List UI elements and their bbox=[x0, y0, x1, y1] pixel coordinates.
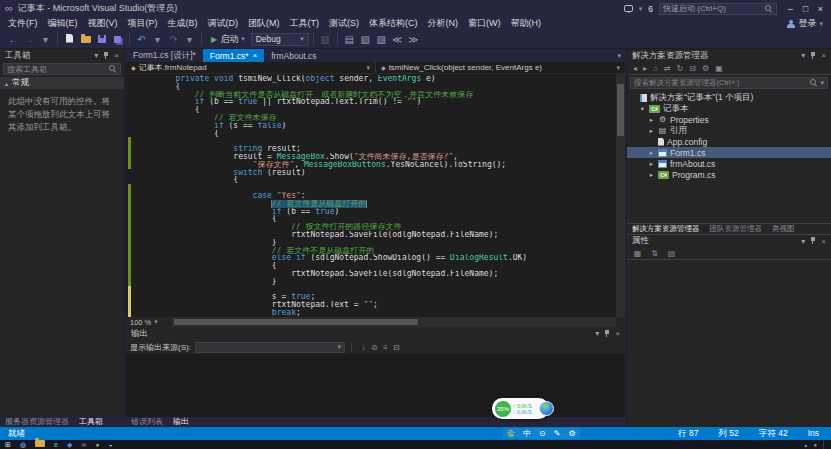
switch-views-icon[interactable]: ⇄ bbox=[664, 64, 671, 73]
antivirus-ball-icon[interactable] bbox=[539, 401, 554, 416]
left-dock-tab[interactable]: 工具箱 bbox=[74, 417, 108, 427]
tree-item-form1[interactable]: ▸Form1.cs bbox=[627, 147, 831, 158]
nav-forward-icon[interactable]: → bbox=[22, 31, 37, 48]
code-line[interactable]: string result; bbox=[126, 145, 616, 153]
types-dropdown[interactable]: ◆ 记事本.frmNotepad ▾ bbox=[126, 62, 376, 73]
code-line[interactable]: s = true; bbox=[126, 293, 616, 301]
code-line[interactable]: else if (sdlgNotepad.ShowDialog() == Dia… bbox=[126, 254, 616, 262]
tray-icon[interactable]: ● bbox=[813, 442, 817, 448]
undo-dropdown-icon[interactable]: ▾ bbox=[150, 31, 165, 48]
preview-icon[interactable]: ▣ bbox=[715, 64, 723, 73]
code-line[interactable]: case "Yes": bbox=[126, 192, 616, 200]
window-position-icon[interactable]: ▾ bbox=[801, 51, 805, 60]
code-line[interactable]: switch (result) bbox=[126, 169, 616, 177]
code-line[interactable]: // 按文件打开的路径保存文件 bbox=[126, 223, 616, 231]
expander-icon[interactable]: ▾ bbox=[639, 105, 646, 113]
ime-settings-icon[interactable]: ⚙ bbox=[568, 429, 575, 438]
bottom-dock-tab[interactable]: 输出 bbox=[168, 417, 194, 427]
close-button[interactable]: × bbox=[813, 4, 828, 14]
quick-launch-input[interactable]: 快速启动 (Ctrl+Q) bbox=[659, 3, 777, 15]
ie-browser-icon[interactable]: e bbox=[54, 440, 58, 449]
code-line[interactable]: { bbox=[126, 262, 616, 270]
expander-icon[interactable]: ▸ bbox=[648, 127, 655, 135]
editor-tab[interactable]: frmAbout.cs bbox=[264, 49, 323, 62]
nav-dropdown-icon[interactable]: ▾ bbox=[38, 31, 53, 48]
nav-backward-icon[interactable]: ← bbox=[6, 31, 21, 48]
close-panel-icon[interactable]: × bbox=[821, 51, 826, 60]
document-list-dropdown-icon[interactable]: ▾ bbox=[617, 49, 625, 62]
notification-count[interactable]: 6 bbox=[648, 4, 653, 14]
ime-mode-icon[interactable]: 中 bbox=[523, 429, 531, 438]
app-green-icon[interactable]: ● bbox=[95, 440, 99, 449]
back-icon[interactable]: ◂ bbox=[633, 64, 637, 73]
pin-icon[interactable] bbox=[810, 237, 816, 245]
file-explorer-icon[interactable] bbox=[35, 440, 45, 449]
ime-logo-icon[interactable]: 金 bbox=[507, 429, 515, 438]
app-blue-icon[interactable]: ◆ bbox=[67, 440, 72, 449]
editor-vertical-scrollbar[interactable] bbox=[616, 74, 625, 317]
menu-item[interactable]: 工具(T) bbox=[285, 17, 325, 30]
code-line[interactable] bbox=[126, 286, 616, 294]
zoom-control[interactable]: 100 % ▾ bbox=[126, 318, 172, 327]
menu-item[interactable]: 体系结构(C) bbox=[364, 17, 423, 30]
show-desktop-button[interactable] bbox=[823, 440, 826, 449]
code-line[interactable]: "保存文件", MessageBoxButtons.YesNoCancel).T… bbox=[126, 161, 616, 169]
code-line[interactable]: private void tsmiNew_Click(object sender… bbox=[126, 75, 616, 83]
undo-icon[interactable]: ↶ bbox=[134, 31, 149, 48]
collapse-all-icon[interactable]: ⊟ bbox=[689, 64, 696, 73]
code-line[interactable]: { bbox=[126, 106, 616, 114]
property-pages-icon[interactable]: ▤ bbox=[666, 249, 677, 258]
save-icon[interactable] bbox=[94, 31, 109, 48]
toolbox-search-input[interactable]: 搜索工具箱 bbox=[3, 63, 121, 75]
code-line[interactable] bbox=[126, 137, 616, 145]
menu-item[interactable]: 测试(S) bbox=[324, 17, 364, 30]
menu-item[interactable]: 调试(D) bbox=[203, 17, 244, 30]
expander-icon[interactable]: ▸ bbox=[648, 160, 655, 168]
tree-item-app-config[interactable]: App.config bbox=[627, 136, 831, 147]
code-line[interactable]: // 判断当前文件是否从磁盘打开、或者新建时文档不为空，并且文件未被保存 bbox=[126, 91, 616, 99]
window-position-icon[interactable]: ▾ bbox=[595, 329, 599, 338]
close-panel-icon[interactable]: × bbox=[615, 329, 620, 338]
code-line[interactable]: if (b == true) bbox=[126, 208, 616, 216]
expander-icon[interactable]: ▸ bbox=[648, 116, 655, 124]
code-line[interactable]: rtxtNotepad.SaveFile(odlgNotepad.FileNam… bbox=[126, 231, 616, 239]
right-dock-tab[interactable]: 解决方案资源管理器 bbox=[627, 224, 705, 234]
search-icon[interactable]: ◍ bbox=[20, 440, 26, 449]
tab-close-icon[interactable]: × bbox=[253, 51, 258, 60]
save-all-icon[interactable] bbox=[110, 31, 125, 48]
menu-item[interactable]: 生成(B) bbox=[163, 17, 203, 30]
bottom-dock-tab[interactable]: 错误列表 bbox=[126, 417, 168, 427]
new-file-icon[interactable] bbox=[62, 31, 77, 48]
redo-dropdown-icon[interactable]: ▾ bbox=[182, 31, 197, 48]
code-line[interactable] bbox=[126, 184, 616, 192]
menu-item[interactable]: 项目(P) bbox=[123, 17, 163, 30]
code-line[interactable]: { bbox=[126, 176, 616, 184]
tree-item-program[interactable]: ▸C#Program.cs bbox=[627, 169, 831, 180]
ime-punctuation-icon[interactable]: ⊙ bbox=[539, 429, 546, 438]
code-line[interactable]: } bbox=[126, 278, 616, 286]
code-line[interactable]: rtxtNotepad.SaveFile(sdlgNotepad.FileNam… bbox=[126, 270, 616, 278]
categorized-icon[interactable]: ▦ bbox=[632, 249, 643, 258]
right-dock-tab[interactable]: 类视图 bbox=[767, 224, 800, 234]
tree-item-references[interactable]: ▸▤引用 bbox=[627, 125, 831, 136]
expander-icon[interactable]: ▸ bbox=[648, 171, 655, 179]
expander-icon[interactable]: ▸ bbox=[648, 149, 655, 157]
app-chat-icon[interactable]: ◒ bbox=[109, 440, 113, 449]
tray-up-icon[interactable]: ▴ bbox=[804, 441, 807, 448]
code-line[interactable]: break; bbox=[126, 309, 616, 317]
code-line[interactable]: result = MessageBox.Show("文件尚未保存,是否保存?", bbox=[126, 153, 616, 161]
close-panel-icon[interactable]: × bbox=[114, 51, 119, 60]
window-position-icon[interactable]: ▾ bbox=[801, 237, 805, 246]
code-line[interactable]: } bbox=[126, 239, 616, 247]
toggle-word-wrap-icon[interactable]: ≡ bbox=[380, 343, 391, 352]
code-line[interactable]: { bbox=[126, 130, 616, 138]
ime-handwriting-icon[interactable]: ✎ bbox=[554, 429, 561, 438]
debug-config-select[interactable]: Debug▾ bbox=[251, 33, 309, 46]
home-icon[interactable]: ⌂ bbox=[653, 64, 658, 73]
minimize-button[interactable]: – bbox=[783, 4, 798, 14]
output-source-select[interactable]: ▾ bbox=[195, 342, 345, 353]
pin-icon[interactable] bbox=[810, 52, 816, 60]
code-line[interactable]: // 若文件不是从磁盘打开的 bbox=[126, 247, 616, 255]
editor-horizontal-scrollbar[interactable] bbox=[172, 317, 616, 327]
menu-item[interactable]: 文件(F) bbox=[3, 17, 43, 30]
